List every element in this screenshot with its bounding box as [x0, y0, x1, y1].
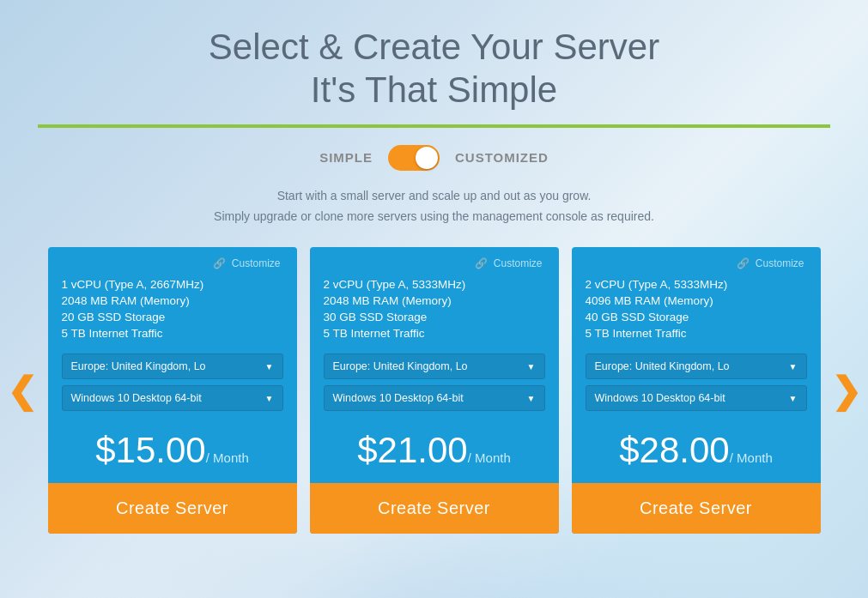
price-per-3: / Month	[730, 450, 773, 465]
customize-link-2[interactable]: 🔗 Customize	[324, 257, 545, 269]
price-2: $21.00	[357, 430, 467, 470]
toggle-section: SIMPLE CUSTOMIZED	[17, 145, 851, 171]
link-icon-1: 🔗	[213, 257, 226, 269]
customize-label-2: Customize	[494, 257, 543, 269]
location-dropdown-2[interactable]: Europe: United Kingdom, Lo ▼	[324, 353, 545, 379]
location-value-1: Europe: United Kingdom, Lo	[71, 360, 206, 372]
toggle-customized-label: CUSTOMIZED	[455, 150, 549, 165]
os-arrow-2: ▼	[527, 394, 536, 403]
subtitle: Start with a small server and scale up a…	[17, 186, 851, 227]
spec-3-0: 2 vCPU (Type A, 5333MHz)	[586, 276, 807, 293]
customize-label-1: Customize	[232, 257, 281, 269]
location-arrow-3: ▼	[789, 362, 798, 371]
link-icon-3: 🔗	[737, 257, 750, 269]
spec-1-3: 5 TB Internet Traffic	[62, 325, 283, 341]
dropdown-group-3: Europe: United Kingdom, Lo ▼ Windows 10 …	[586, 353, 807, 411]
server-card-1: 🔗 Customize 1 vCPU (Type A, 2667MHz) 204…	[48, 247, 297, 534]
spec-3-2: 40 GB SSD Storage	[586, 309, 807, 325]
spec-1-0: 1 vCPU (Type A, 2667MHz)	[62, 276, 283, 293]
next-arrow[interactable]: ❯	[825, 369, 868, 412]
customize-label-3: Customize	[756, 257, 804, 269]
customize-link-3[interactable]: 🔗 Customize	[586, 257, 807, 269]
location-dropdown-1[interactable]: Europe: United Kingdom, Lo ▼	[62, 353, 283, 379]
price-section-1: $15.00/ Month	[48, 418, 297, 480]
link-icon-2: 🔗	[475, 257, 488, 269]
dropdown-group-2: Europe: United Kingdom, Lo ▼ Windows 10 …	[324, 353, 545, 411]
spec-2-2: 30 GB SSD Storage	[324, 309, 545, 325]
os-dropdown-3[interactable]: Windows 10 Desktop 64-bit ▼	[586, 385, 807, 411]
location-value-3: Europe: United Kingdom, Lo	[595, 360, 730, 372]
os-dropdown-1[interactable]: Windows 10 Desktop 64-bit ▼	[62, 385, 283, 411]
price-section-3: $28.00/ Month	[572, 418, 821, 480]
spec-2-3: 5 TB Internet Traffic	[324, 325, 545, 341]
create-server-button-3[interactable]: Create Server	[572, 483, 821, 534]
prev-arrow[interactable]: ❮	[1, 369, 44, 412]
subtitle-line2: Simply upgrade or clone more servers usi…	[17, 207, 851, 227]
dropdown-group-1: Europe: United Kingdom, Lo ▼ Windows 10 …	[62, 353, 283, 411]
page-wrapper: Select & Create Your Server It's That Si…	[0, 0, 868, 598]
location-value-2: Europe: United Kingdom, Lo	[333, 360, 468, 372]
cards-container: 🔗 Customize 1 vCPU (Type A, 2667MHz) 204…	[48, 247, 821, 534]
server-card-2: 🔗 Customize 2 vCPU (Type A, 5333MHz) 204…	[310, 247, 559, 534]
os-value-3: Windows 10 Desktop 64-bit	[595, 392, 725, 404]
green-divider	[38, 124, 829, 128]
price-section-2: $21.00/ Month	[310, 418, 559, 480]
header-line1: Select & Create Your Server	[209, 27, 659, 67]
spec-1-2: 20 GB SSD Storage	[62, 309, 283, 325]
subtitle-line1: Start with a small server and scale up a…	[17, 186, 851, 207]
spec-1-1: 2048 MB RAM (Memory)	[62, 293, 283, 309]
location-arrow-1: ▼	[265, 362, 274, 371]
server-card-3: 🔗 Customize 2 vCPU (Type A, 5333MHz) 409…	[572, 247, 821, 534]
create-server-button-2[interactable]: Create Server	[310, 483, 559, 534]
location-arrow-2: ▼	[527, 362, 536, 371]
spec-3-1: 4096 MB RAM (Memory)	[586, 293, 807, 309]
create-server-button-1[interactable]: Create Server	[48, 483, 297, 534]
os-value-1: Windows 10 Desktop 64-bit	[71, 392, 202, 404]
price-per-2: / Month	[468, 450, 511, 465]
os-arrow-3: ▼	[789, 394, 798, 403]
location-dropdown-3[interactable]: Europe: United Kingdom, Lo ▼	[586, 353, 807, 379]
price-3: $28.00	[619, 430, 729, 470]
spec-2-1: 2048 MB RAM (Memory)	[324, 293, 545, 309]
os-value-2: Windows 10 Desktop 64-bit	[333, 392, 464, 404]
spec-3-3: 5 TB Internet Traffic	[586, 325, 807, 341]
header-line2: It's That Simple	[311, 69, 557, 110]
toggle-simple-label: SIMPLE	[319, 150, 373, 165]
specs-list-2: 2 vCPU (Type A, 5333MHz) 2048 MB RAM (Me…	[324, 276, 545, 341]
customize-link-1[interactable]: 🔗 Customize	[62, 257, 283, 269]
toggle-switch[interactable]	[388, 145, 440, 171]
header: Select & Create Your Server It's That Si…	[17, 26, 851, 112]
specs-list-1: 1 vCPU (Type A, 2667MHz) 2048 MB RAM (Me…	[62, 276, 283, 341]
os-arrow-1: ▼	[265, 394, 274, 403]
spec-2-0: 2 vCPU (Type A, 5333MHz)	[324, 276, 545, 293]
cards-wrapper: ❮ 🔗 Customize 1 vCPU (Type A, 2667MHz) 2…	[17, 247, 851, 534]
os-dropdown-2[interactable]: Windows 10 Desktop 64-bit ▼	[324, 385, 545, 411]
price-1: $15.00	[95, 430, 205, 470]
specs-list-3: 2 vCPU (Type A, 5333MHz) 4096 MB RAM (Me…	[586, 276, 807, 341]
price-per-1: / Month	[206, 450, 249, 465]
